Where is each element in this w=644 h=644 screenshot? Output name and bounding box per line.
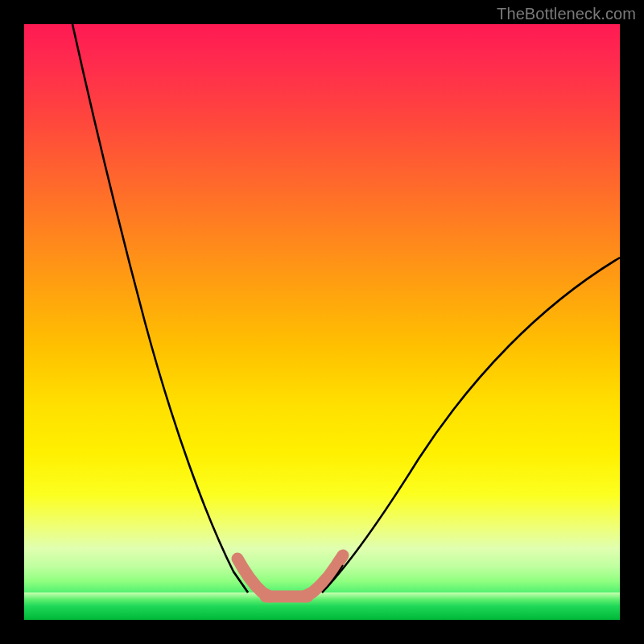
plot-area	[24, 24, 620, 620]
curves-svg	[24, 24, 620, 620]
left-curve	[72, 24, 248, 592]
watermark-text: TheBottleneck.com	[497, 5, 636, 23]
chart-frame: TheBottleneck.com	[0, 0, 644, 644]
right-curve	[322, 258, 620, 592]
